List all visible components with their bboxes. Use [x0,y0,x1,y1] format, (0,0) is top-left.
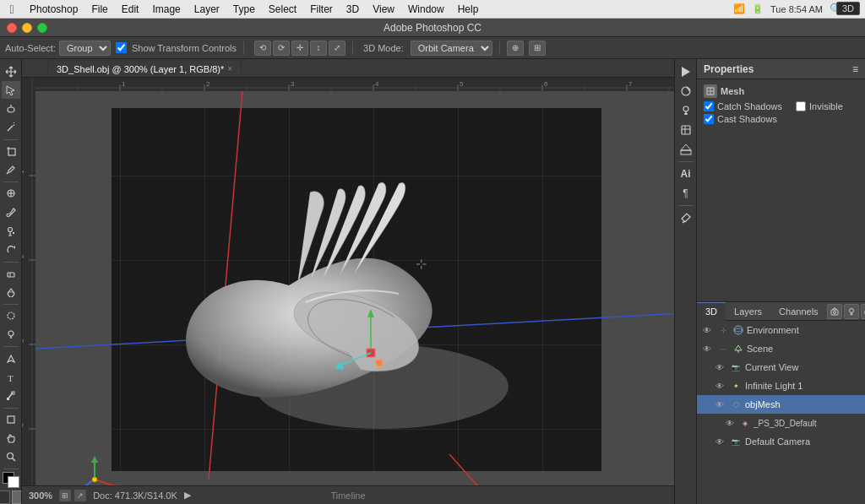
catch-shadows-row: Catch Shadows Invisible [704,101,858,111]
grid-toggle-icon[interactable]: ⊞ [529,41,546,56]
close-button[interactable] [7,23,17,33]
menu-help[interactable]: Help [452,2,485,17]
brush-tool[interactable] [2,203,20,221]
rotate-3d-icon[interactable]: ⟲ [254,41,271,56]
menu-select[interactable]: Select [263,2,302,17]
svg-text:7: 7 [628,80,633,88]
menu-window[interactable]: Window [402,2,450,17]
maximize-button[interactable] [37,23,47,33]
vis-scene[interactable]: 👁 [700,342,714,355]
catch-shadows-checkbox[interactable] [704,101,714,111]
status-icon-2[interactable]: ↗ [74,490,86,501]
color-swatches[interactable] [3,472,19,488]
mode3d-dropdown[interactable]: Orbit Camera Roll Camera Pan Camera [411,41,492,56]
magic-wand-tool[interactable] [2,118,20,136]
healing-tool[interactable] [2,185,20,203]
pan-3d-icon[interactable]: ✛ [291,41,308,56]
paint-bucket-tool[interactable] [2,284,20,301]
hand-tool[interactable] [2,430,20,447]
pen-tool[interactable] [2,350,20,367]
menu-filter[interactable]: Filter [304,2,339,17]
move-tool[interactable] [2,62,20,80]
type-scene [732,343,744,355]
menu-file[interactable]: File [85,2,113,17]
menu-type[interactable]: Type [227,2,261,17]
document-tab[interactable]: 3D_Shell.obj @ 300% (Layer 1, RGB/8)* × [47,60,242,77]
vis-current-view[interactable]: 👁 [713,360,726,374]
side-btn-3d-light[interactable] [677,101,695,120]
layer-scene[interactable]: 👁 ⋯ Scene [697,339,865,358]
menu-view[interactable]: View [367,2,400,17]
svg-point-81 [92,477,97,482]
menu-3d[interactable]: 3D [340,2,365,17]
menu-edit[interactable]: Edit [116,2,145,17]
menu-layer[interactable]: Layer [188,2,226,17]
side-btn-paragraph[interactable]: ¶ [677,184,695,203]
dodge-tool[interactable] [2,326,20,344]
apple-menu[interactable]:  [5,3,19,16]
tool-sep-1 [3,139,19,140]
vis-objmesh[interactable]: 👁 [713,398,726,411]
lasso-tool[interactable] [2,100,20,117]
menu-image[interactable]: Image [146,2,186,17]
canvas-viewport[interactable]: ⊹ [35,91,674,485]
light-icon-btn[interactable] [844,304,859,319]
history-brush-tool[interactable] [2,241,20,258]
vis-infinite-light[interactable]: 👁 [713,379,726,393]
scale-3d-icon[interactable]: ⤢ [329,41,345,56]
background-color[interactable] [8,476,19,488]
mesh-section-title: Mesh [704,84,858,98]
type-tool[interactable]: T [2,368,20,386]
clone-tool[interactable] [2,222,20,240]
play-arrow[interactable]: ▶ [184,490,191,501]
vis-ps3d[interactable]: 👁 [723,416,737,430]
tab-3d[interactable]: 3D [697,302,726,321]
snap-icon[interactable]: ⊕ [507,41,524,56]
svg-rect-73 [376,360,383,366]
layer-objmesh[interactable]: 👁 ⬡ objMesh [697,395,865,414]
side-btn-3d-rotate[interactable] [677,82,695,100]
tab-channels[interactable]: Channels [770,302,826,321]
tab-layers[interactable]: Layers [726,302,770,321]
show-transform-checkbox[interactable] [116,42,127,53]
path-selection-tool[interactable] [2,387,20,404]
zoom-tool[interactable] [2,448,20,466]
side-btn-scene[interactable] [677,140,695,159]
eraser-tool[interactable] [2,264,20,282]
layer-ps3d-default[interactable]: 👁 ◈ _PS_3D_Default [697,414,865,432]
standard-mode-btn[interactable] [0,490,10,504]
slide-3d-icon[interactable]: ↕ [310,41,327,56]
crop-tool[interactable] [2,143,20,160]
layer-default-camera[interactable]: 👁 📷 Default Camera [697,432,865,451]
blur-tool[interactable] [2,307,20,325]
side-btn-play[interactable] [677,62,695,81]
quick-mask-btns [0,490,22,504]
options-bar: Auto-Select: Group Layer Show Transform … [0,37,865,59]
minimize-button[interactable] [22,23,32,33]
tab-close-btn[interactable]: × [227,64,232,73]
quickmask-mode-btn[interactable] [12,490,23,504]
side-btn-material[interactable] [677,121,695,139]
side-btn-ai[interactable]: Ai [677,165,695,183]
layer-environment[interactable]: 👁 ⊹ Environment [697,321,865,339]
eyedropper-tool[interactable] [2,161,20,179]
separator-3 [499,41,500,55]
vis-environment[interactable]: 👁 [700,323,714,337]
side-btn-tools[interactable] [677,209,695,227]
invisible-checkbox[interactable] [796,101,806,111]
shape-tool[interactable] [2,410,20,428]
properties-menu-icon[interactable]: ≡ [852,63,858,75]
status-icon-1[interactable]: ⊞ [59,490,71,501]
svg-point-0 [8,107,14,112]
layer-current-view[interactable]: 👁 📷 Current View [697,358,865,377]
cast-shadows-checkbox[interactable] [704,114,714,124]
autoselect-dropdown[interactable]: Group Layer [59,41,111,56]
selection-tool[interactable] [2,81,20,99]
properties-title: Properties [704,63,753,75]
roll-3d-icon[interactable]: ⟳ [273,41,290,56]
vis-default-camera[interactable]: 👁 [713,435,726,448]
mesh-icon-btn[interactable] [861,304,865,319]
menu-photoshop[interactable]: Photoshop [24,2,84,17]
camera-icon-btn[interactable] [827,304,842,319]
layer-infinite-light[interactable]: 👁 ✶ Infinite Light 1 [697,377,865,395]
